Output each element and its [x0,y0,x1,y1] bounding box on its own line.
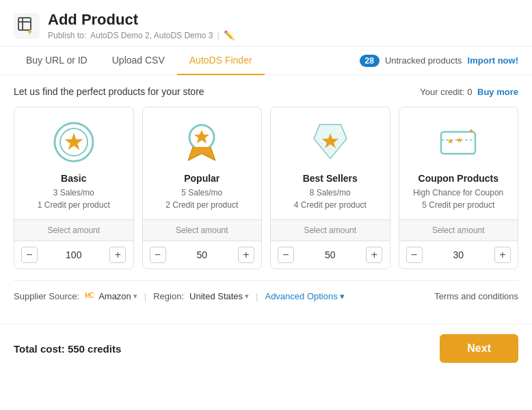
product-cards-row: Basic 3 Sales/mo 1 Credit per product Se… [14,107,518,269]
svg-text:+: + [27,27,32,37]
best-sellers-increment-button[interactable]: + [366,247,382,263]
coupon-select-label: Select amount [399,219,518,241]
best-sellers-stepper: − 50 + [271,241,390,269]
region-dropdown[interactable]: United States ▾ [189,291,249,301]
header: + Add Product Publish to: AutoDS Demo 2,… [0,0,532,46]
popular-select-label: Select amount [143,219,262,241]
advanced-options-label: Advanced Options [265,291,337,301]
main-header-row: Let us find the perfect products for you… [14,86,518,97]
popular-value: 50 [196,249,207,260]
best-sellers-select-label: Select amount [271,219,390,241]
advanced-chevron-icon: ▾ [340,291,345,301]
best-sellers-card-name: Best Sellers [303,173,358,184]
page-title: Add Product [48,11,235,29]
total-cost-label: Total cost: 550 credits [14,343,121,355]
basic-card-desc: 3 Sales/mo 1 Credit per product [38,187,110,211]
popular-stepper: − 50 + [143,241,262,269]
credit-label: Your credit: 0 [420,87,472,97]
advanced-options-link[interactable]: Advanced Options ▾ [265,291,344,301]
finder-subtitle: Let us find the perfect products for you… [14,86,204,97]
popular-card-name: Popular [184,173,220,184]
basic-decrement-button[interactable]: − [21,247,38,263]
card-popular: Popular 5 Sales/mo 2 Credit per product … [142,107,263,269]
region-chevron-icon: ▾ [245,292,249,301]
region-value: United States [189,291,243,301]
best-sellers-icon [306,118,354,166]
basic-icon [50,118,98,166]
amazon-icon: 🅪 [84,289,96,303]
card-coupon-body: ✦ ✦ Coupon Products High Chance for Coup… [399,107,518,219]
svg-marker-7 [65,133,83,150]
card-basic-body: Basic 3 Sales/mo 1 Credit per product [14,107,133,219]
publish-targets: AutoDS Demo 2, AutoDS Demo 3 [90,31,213,40]
untracked-label: Untracked products [385,55,462,66]
coupon-increment-button[interactable]: + [494,247,511,263]
region-label: Region: [153,291,184,301]
basic-select-label: Select amount [14,219,133,241]
tab-buy-url[interactable]: Buy URL or ID [14,46,100,75]
publish-label: Publish to: [48,31,86,40]
next-button[interactable]: Next [440,334,518,363]
svg-text:✦: ✦ [468,127,474,135]
popular-card-desc: 5 Sales/mo 2 Credit per product [165,187,238,211]
coupon-card-name: Coupon Products [418,173,498,184]
popular-decrement-button[interactable]: − [150,247,166,263]
separator: | [217,31,219,40]
tab-upload-csv[interactable]: Upload CSV [100,46,177,75]
terms-conditions-link[interactable]: Terms and conditions [434,291,518,301]
svg-marker-9 [194,130,209,144]
tabs-bar: Buy URL or ID Upload CSV AutoDS Finder 2… [0,46,532,75]
basic-stepper: − 100 + [14,241,133,269]
badge-area: 28 Untracked products Import now! [360,55,518,67]
card-popular-body: Popular 5 Sales/mo 2 Credit per product [143,107,262,219]
svg-marker-13 [448,139,454,144]
popular-icon [178,118,226,166]
tab-autods-finder[interactable]: AutoDS Finder [177,46,265,75]
card-basic: Basic 3 Sales/mo 1 Credit per product Se… [14,107,134,269]
coupon-products-icon: ✦ ✦ [434,118,482,166]
import-now-link[interactable]: Import now! [468,55,518,66]
card-coupon-products: ✦ ✦ Coupon Products High Chance for Coup… [399,107,519,269]
supplier-label: Supplier Source: [14,291,79,301]
best-sellers-value: 50 [325,249,336,260]
coupon-value: 30 [453,249,464,260]
best-sellers-decrement-button[interactable]: − [278,247,294,263]
card-best-sellers-body: Best Sellers 8 Sales/mo 4 Credit per pro… [271,107,390,219]
basic-value: 100 [66,249,81,260]
main-content: Let us find the perfect products for you… [0,75,532,318]
supplier-value: Amazon [98,291,131,301]
edit-icon[interactable]: ✏️ [224,30,235,40]
supplier-dropdown[interactable]: Amazon ▾ [98,291,137,301]
svg-rect-11 [441,132,475,154]
credit-info: Your credit: 0 Buy more [420,87,518,97]
bottom-bar: Total cost: 550 credits Next [0,324,532,372]
untracked-badge: 28 [360,55,380,67]
coupon-stepper: − 30 + [399,241,518,269]
basic-increment-button[interactable]: + [109,247,126,263]
basic-card-name: Basic [61,173,86,184]
supplier-chevron-icon: ▾ [133,292,137,301]
coupon-decrement-button[interactable]: − [406,247,423,263]
best-sellers-card-desc: 8 Sales/mo 4 Credit per product [294,187,367,211]
popular-increment-button[interactable]: + [238,247,254,263]
publish-info: Publish to: AutoDS Demo 2, AutoDS Demo 3… [48,30,235,40]
footer-options: Supplier Source: 🅪 Amazon ▾ | Region: Un… [14,280,518,308]
coupon-card-desc: High Chance for Coupon 5 Credit per prod… [413,187,503,211]
app-logo: + [14,13,40,39]
buy-more-link[interactable]: Buy more [477,87,518,97]
pipe-separator-1: | [144,291,146,301]
svg-text:✦: ✦ [473,135,477,139]
svg-rect-0 [14,13,40,39]
pipe-separator-2: | [256,291,258,301]
card-best-sellers: Best Sellers 8 Sales/mo 4 Credit per pro… [270,107,390,269]
